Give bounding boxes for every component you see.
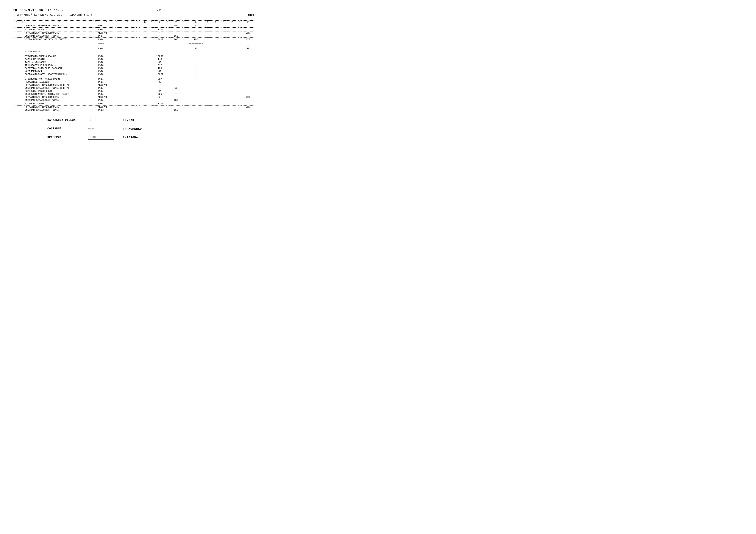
checked-signature: ПРОВЕРИЛ H. 𝒹𝓄𝒾𝓅. АНФЕРОВА (47, 135, 254, 140)
col-6a: 1 (150, 20, 154, 24)
col-11a: 1 (238, 20, 242, 24)
col-5: 5 (140, 20, 150, 24)
subheader: ПРОГРАММНЫЙ КОМПЛЕКС АВС-ЗЕС ( РЕДАКЦИЯ … (13, 13, 254, 17)
page-number: - 72 - (152, 9, 166, 12)
table-row: НОРМАТИВНАЯ ТРУДОЁМКОСТЬ •ЧЕЛ,=Ч••227 (13, 32, 254, 35)
table-row: СМЕТНАЯ ЗАРАБОТНАЯ ПЛАТА •РУБ,•159•• (13, 99, 254, 102)
table-row: СМЕТНАЯ ЗАРАБОТНАЯ ПЛАТА •РУБ;•159•• (13, 109, 254, 112)
table-row: РУБ,3849 (13, 47, 254, 50)
col-5a: 1 (136, 20, 140, 24)
table-row: ИТОГО ПРЯМИЕ ЗАТРАТЫ ПО СМЕТЕРУБ,1061710… (13, 38, 254, 41)
col-2: 2 (24, 20, 94, 24)
chief-name: ЕРУРИН (123, 119, 134, 122)
table-row: НОРМАТИВНАЯ ТРУДОЁМКОСТЬ В Н,РЧ •ЧЕЛ,=Ч•… (13, 84, 254, 87)
col-9a: 1 (206, 20, 209, 24)
table-row: ЗАПАСНЫЕ ЧАСТИ •РУБ,143••• (13, 58, 254, 61)
chief-signature: НАЧАЛЬНИК ОТДЕЛА 𝒵 ЕРУРИН (47, 118, 254, 122)
table-row: СМЕТНАЯ ЗАРАБОТНАЯ ПЛАТА В Н,РЧ •РУБ,•15… (13, 87, 254, 89)
table-row: ЗАГОТОВ.-СКЛАДСКИЕ РАСХОДЫ •РУБ,128••• (13, 67, 254, 70)
doc-number: 4004 (248, 13, 254, 17)
col-8a: 1 (182, 20, 186, 24)
table-row: КОМПЛЕКТАЦИЯ •РУБ,52••• (13, 70, 254, 73)
checked-label: ПРОВЕРИЛ (47, 136, 82, 139)
table-row: ВСЕГО,СТОИМОСТЬ МОНТАЖНЫХ РАБОТ •РУБ,326… (13, 92, 254, 96)
header-left: ТП 503-9-18.86 Альбом V (13, 9, 64, 12)
doc-id: ТП 503-9-18.86 (13, 9, 43, 12)
chief-sig-line: 𝒵 (88, 118, 114, 122)
table-row: В ТОМ ЧИСЛЕ: (13, 50, 254, 53)
signature-section: НАЧАЛЬНИК ОТДЕЛА 𝒵 ЕРУРИН СОСТАВИЛ 𝓂𝒾𝓆 𝒹… (13, 118, 254, 140)
table-row: НОРМАТИВНАЯ ТРУДОЁМКОСТЬ •ЧЕЛ,=Ч••227 (13, 106, 254, 109)
table-row: СТОИМОСТЬ ОБОРУДОВАНИЯ •РУБ,10200••• (13, 55, 254, 58)
compiled-label: СОСТАВИЛ (47, 127, 82, 130)
table-row: НАКЛАДНЫЕ РАСХОДЫРУБ,05••• (13, 81, 254, 84)
col-1: 1 (13, 20, 20, 24)
column-headers: 1 1 2 1 3 1 4 1 5 1 6 1 7 1 8 1 9 1 10 1 (13, 20, 254, 24)
col-1b: 1 (20, 20, 24, 24)
compiled-sig-line: 𝓂𝒾𝓆 𝒹𝓄 (88, 127, 114, 131)
table-row: СМЕТНАЯ ЗАРАБОТНАЯ ПЛАТА •РУБ,•159•• (13, 35, 254, 38)
table-row: НОРМАТИВНАЯ ТРУДОЁМКОСТЬ •ЧЕЛ,=Чс••227 (13, 96, 254, 99)
header: ТП 503-9-18.86 Альбом V - 72 - (13, 9, 254, 12)
col-7a: 1 (166, 20, 170, 24)
chief-label: НАЧАЛЬНИК ОТДЕЛА (47, 119, 82, 122)
col-7: 7 (170, 20, 182, 24)
col-6: 6 (154, 20, 166, 24)
col-11: 11 (242, 20, 254, 24)
checked-name: АНФЕРОВА (123, 136, 138, 139)
main-table: 1 1 2 1 3 1 4 1 5 1 6 1 7 1 8 1 9 1 10 1 (13, 20, 254, 112)
subtitle: ПРОГРАММНЫЙ КОМПЛЕКС АВС-ЗЕС ( РЕДАКЦИЯ … (13, 13, 93, 17)
table-row: ВСЕГО,СТОИМОСТЬ ОБОРУДОВАНИЯ •РУБ,10887•… (13, 73, 254, 76)
col-10: 10 (226, 20, 238, 24)
table-row: СТОИМОСТЬ МОНТАЖНЫХ РАБОТ •РУБ,217••• (13, 78, 254, 81)
table-row: ==============-------- (13, 41, 254, 47)
table-row: ИТОГО ПО РАЗДЕЛУ 1РУБ,11213•• (13, 28, 254, 31)
compiled-name: ПАРХОМЕНКО (123, 127, 142, 131)
album: Альбом V (47, 9, 64, 12)
compiled-signature: СОСТАВИЛ 𝓂𝒾𝓆 𝒹𝓄 ПАРХОМЕНКО (47, 127, 254, 131)
page: ТП 503-9-18.86 Альбом V - 72 - ПРОГРАММН… (13, 9, 254, 140)
col-3a: 1 (94, 20, 97, 24)
checked-sig-line: H. 𝒹𝓄𝒾𝓅. (88, 135, 114, 140)
col-8: 8 (186, 20, 206, 24)
table-row: ИТОГО ПО СМЕТЕРУБ,11213•• (13, 102, 254, 105)
table-row: ТАРА И УПАКОВКА •РУБ,32••• (13, 61, 254, 64)
col-9: 9 (209, 20, 222, 24)
col-3: 3 (97, 20, 115, 24)
col-10a: 1 (222, 20, 226, 24)
col-4: 4 (119, 20, 136, 24)
table-row: ПЛАНОВЫЕ НАКОПЛЕНИЯ •РУБ,24••• (13, 89, 254, 92)
table-row: СМЕТНАЯ ЗАРАБОТНАЯ ПЛАТА •РУБ,159•• (13, 24, 254, 27)
table-row: ТРАНСПОРТНЫЕ РАСХОДЫ •РУБ;312••• (13, 64, 254, 67)
col-4a: 1 (115, 20, 119, 24)
